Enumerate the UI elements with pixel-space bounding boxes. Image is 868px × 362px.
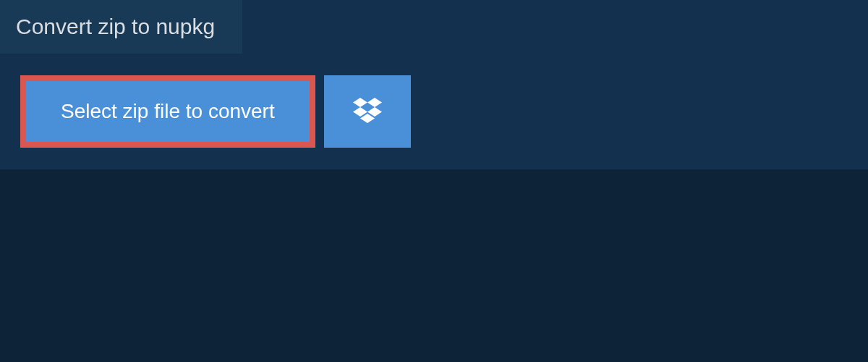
select-file-button[interactable]: Select zip file to convert (20, 75, 315, 148)
converter-panel: Convert zip to nupkg Select zip file to … (0, 0, 868, 169)
panel-title: Convert zip to nupkg (0, 0, 242, 54)
svg-marker-1 (367, 98, 382, 107)
svg-marker-0 (353, 98, 367, 107)
select-file-label: Select zip file to convert (61, 101, 275, 122)
button-row: Select zip file to convert (0, 54, 868, 169)
dropbox-icon (353, 98, 382, 125)
panel-title-text: Convert zip to nupkg (16, 14, 215, 38)
dropbox-button[interactable] (324, 75, 411, 148)
